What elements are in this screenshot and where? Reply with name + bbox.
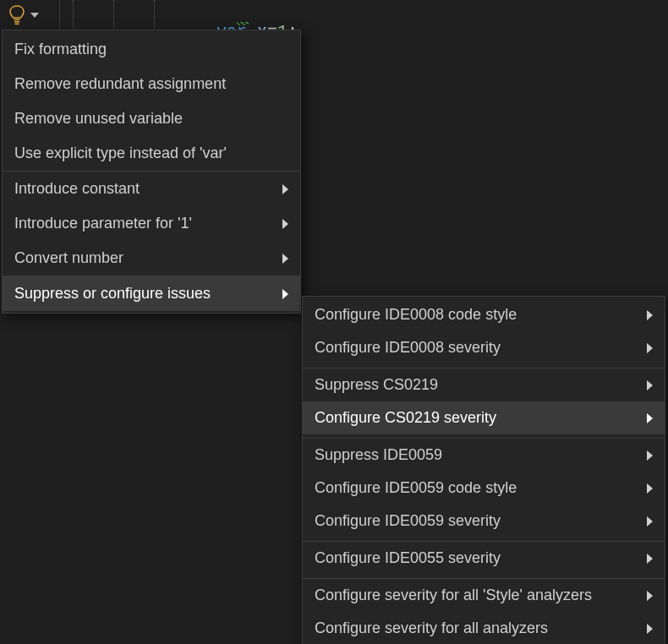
code-squiggle [237, 22, 249, 25]
quick-actions-item[interactable]: Introduce parameter for '1' [3, 206, 300, 241]
chevron-right-icon [647, 624, 653, 634]
suppress-configure-item-label: Configure severity for all analyzers [315, 619, 548, 637]
suppress-configure-item[interactable]: Suppress CS0219 [303, 368, 665, 401]
quick-actions-item-label: Convert number [14, 249, 123, 267]
suppress-configure-item-label: Configure IDE0008 code style [315, 306, 517, 324]
indent-guide [154, 0, 155, 29]
suppress-configure-item-label: Suppress IDE0059 [315, 446, 442, 464]
quick-actions-item-label: Suppress or configure issues [14, 285, 211, 303]
chevron-right-icon [647, 380, 653, 390]
indent-guide [113, 0, 114, 29]
quick-actions-menu: Fix formattingRemove redundant assignmen… [2, 30, 301, 314]
quick-actions-item[interactable]: Fix formatting [3, 32, 300, 67]
chevron-right-icon [282, 254, 288, 264]
quick-actions-item-label: Remove redundant assignment [14, 75, 226, 93]
suppress-configure-item[interactable]: Configure IDE0008 severity [303, 331, 665, 364]
chevron-right-icon [282, 219, 288, 229]
suppress-configure-item[interactable]: Configure IDE0059 code style [303, 472, 665, 505]
chevron-right-icon [647, 450, 653, 461]
suppress-configure-item[interactable]: Configure IDE0008 code style [303, 298, 665, 331]
chevron-right-icon [647, 310, 653, 320]
quick-actions-item[interactable]: Use explicit type instead of 'var' [3, 136, 300, 172]
suppress-configure-item-label: Configure IDE0055 severity [315, 549, 501, 567]
svg-rect-0 [14, 19, 20, 20]
quick-actions-item-label: Remove unused variable [14, 110, 183, 128]
chevron-right-icon [647, 554, 653, 564]
suppress-configure-item-label: Configure CS0219 severity [315, 409, 496, 427]
quick-actions-item[interactable]: Remove unused variable [3, 101, 300, 136]
suppress-configure-item[interactable]: Configure severity for all 'Style' analy… [303, 578, 665, 612]
svg-rect-1 [14, 21, 19, 23]
indent-guide [73, 0, 74, 29]
chevron-right-icon [647, 516, 653, 527]
quick-actions-item[interactable]: Suppress or configure issues [3, 276, 300, 311]
suppress-configure-item-label: Suppress CS0219 [315, 376, 438, 394]
lightbulb-button[interactable] [0, 0, 51, 30]
suppress-configure-submenu: Configure IDE0008 code styleConfigure ID… [302, 296, 665, 644]
quick-actions-item-label: Introduce constant [14, 180, 140, 198]
quick-actions-item-label: Fix formatting [14, 41, 107, 58]
suppress-configure-item-label: Configure severity for all 'Style' analy… [315, 587, 592, 604]
chevron-right-icon [282, 184, 288, 194]
suppress-configure-item[interactable]: Configure IDE0059 severity [303, 505, 665, 538]
lightbulb-icon [8, 5, 25, 25]
suppress-configure-item-label: Configure IDE0059 severity [315, 512, 501, 530]
quick-actions-item[interactable]: Introduce constant [3, 172, 300, 206]
chevron-down-icon [30, 13, 39, 18]
quick-actions-item[interactable]: Convert number [3, 241, 300, 276]
editor-top-strip [0, 0, 668, 30]
svg-rect-2 [15, 23, 19, 25]
suppress-configure-item[interactable]: Suppress IDE0059 [303, 438, 665, 472]
suppress-configure-item[interactable]: Configure severity for all analyzers [303, 612, 665, 644]
chevron-right-icon [647, 591, 653, 601]
suppress-configure-item[interactable]: Configure CS0219 severity [303, 401, 665, 434]
quick-actions-item-label: Introduce parameter for '1' [14, 215, 192, 232]
suppress-configure-item-label: Configure IDE0008 severity [315, 339, 501, 357]
chevron-right-icon [647, 483, 653, 494]
quick-actions-item-label: Use explicit type instead of 'var' [14, 145, 227, 162]
quick-actions-item[interactable]: Remove redundant assignment [3, 67, 300, 101]
chevron-right-icon [647, 343, 653, 353]
suppress-configure-item-label: Configure IDE0059 code style [315, 479, 517, 497]
chevron-right-icon [282, 289, 288, 299]
chevron-right-icon [647, 413, 653, 423]
suppress-configure-item[interactable]: Configure IDE0055 severity [303, 541, 665, 575]
gutter-edge [59, 0, 60, 30]
